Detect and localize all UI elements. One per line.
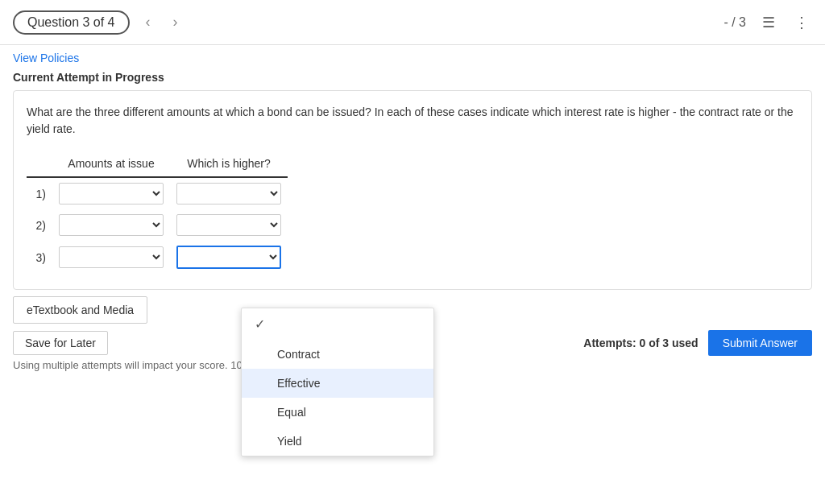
check-icon: ✓ <box>255 316 267 332</box>
row-2-amounts-select[interactable] <box>59 214 164 236</box>
dropdown-item-contract-text: Contract <box>277 348 421 361</box>
row-3-which-select[interactable] <box>176 246 281 269</box>
row-2-which-cell <box>170 209 288 241</box>
nav-prev-button[interactable]: ‹ <box>139 10 157 34</box>
dropdown-item-empty[interactable]: ✓ <box>242 308 433 340</box>
col-which-header: Which is higher? <box>170 151 288 177</box>
top-bar: Question 3 of 4 ‹ › - / 3 ☰ ⋮ <box>0 0 825 45</box>
question-counter: - / 3 <box>723 15 746 30</box>
view-policies-link[interactable]: View Policies <box>13 52 812 64</box>
dropdown-item-effective-text: Effective <box>277 377 421 390</box>
row-2-label: 2) <box>27 209 52 241</box>
dropdown-item-yield[interactable]: Yield <box>242 427 433 456</box>
col-amounts-header: Amounts at issue <box>52 151 170 177</box>
etextbook-button[interactable]: eTextbook and Media <box>13 296 147 324</box>
answer-table: Amounts at issue Which is higher? 1) <box>27 151 288 274</box>
attempts-area: Attempts: 0 of 3 used Submit Answer <box>583 330 812 356</box>
question-badge: Question 3 of 4 <box>13 10 130 35</box>
dropdown-item-contract[interactable]: Contract <box>242 340 433 369</box>
row-1-amounts-cell <box>52 177 170 209</box>
save-later-button[interactable]: Save for Later <box>13 331 108 355</box>
row-3-amounts-select[interactable] <box>59 246 164 268</box>
dropdown-item-equal-text: Equal <box>277 406 421 419</box>
row-1-which-cell <box>170 177 288 209</box>
dropdown-overlay: ✓ Contract Effective Equal Yield <box>241 308 434 456</box>
dropdown-item-equal[interactable]: Equal <box>242 398 433 427</box>
submit-answer-button[interactable]: Submit Answer <box>708 330 812 356</box>
top-bar-right: - / 3 ☰ ⋮ <box>723 10 812 35</box>
row-1-amounts-select[interactable] <box>59 183 164 204</box>
row-3-amounts-cell <box>52 241 170 274</box>
list-icon-button[interactable]: ☰ <box>759 10 778 35</box>
col-empty-header <box>27 151 52 177</box>
row-3-label: 3) <box>27 241 52 274</box>
dropdown-item-yield-text: Yield <box>277 435 421 448</box>
attempts-text: Attempts: 0 of 3 used <box>583 337 698 349</box>
question-text: What are the three different amounts at … <box>27 104 798 138</box>
row-1-label: 1) <box>27 177 52 209</box>
question-card: What are the three different amounts at … <box>13 90 812 290</box>
row-1-which-select[interactable] <box>176 183 281 204</box>
more-icon-button[interactable]: ⋮ <box>791 10 812 35</box>
dropdown-item-effective[interactable]: Effective <box>242 369 433 398</box>
row-3-which-cell <box>170 241 288 274</box>
answer-table-container: Amounts at issue Which is higher? 1) <box>27 151 288 274</box>
table-row: 1) <box>27 177 288 209</box>
row-2-amounts-cell <box>52 209 170 241</box>
top-bar-left: Question 3 of 4 ‹ › <box>13 10 184 35</box>
nav-next-button[interactable]: › <box>167 10 184 34</box>
table-row: 3) <box>27 241 288 274</box>
table-row: 2) <box>27 209 288 241</box>
row-2-which-select[interactable] <box>176 214 281 236</box>
current-attempt-label: Current Attempt in Progress <box>13 71 812 84</box>
